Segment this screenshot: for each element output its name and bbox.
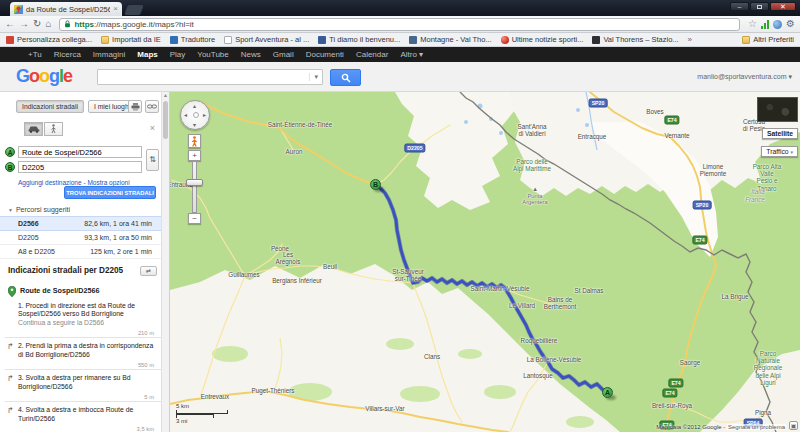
scroll-up-icon[interactable]: ▲ bbox=[162, 92, 169, 98]
origin-input[interactable] bbox=[18, 146, 142, 158]
search-input[interactable] bbox=[98, 73, 309, 82]
google-nav-bar: +TuRicercaImmaginiMapsPlayYouTubeNewsGma… bbox=[0, 47, 800, 62]
print-button[interactable] bbox=[128, 100, 142, 113]
zoom-slider-track[interactable] bbox=[192, 161, 197, 213]
marker-b[interactable]: B bbox=[370, 179, 381, 190]
tab-title: da Route de Sospel/D2566 bbox=[26, 5, 110, 14]
swap-waypoints-button[interactable]: ⇅ bbox=[146, 149, 159, 171]
bookmark-label: Ti diamo il benvenu... bbox=[329, 35, 400, 44]
home-icon[interactable]: ⌂ bbox=[45, 19, 51, 29]
map-corner-icon[interactable]: ▣ bbox=[789, 421, 798, 430]
traffic-button[interactable]: Traffico ▾ bbox=[761, 146, 798, 157]
window-close-button[interactable]: ✕ bbox=[770, 2, 796, 11]
options-link[interactable]: Aggiungi destinazione - Mostra opzioni bbox=[18, 179, 130, 186]
browser-tab[interactable]: da Route de Sospel/D2566 × bbox=[10, 2, 122, 16]
zoom-in-button[interactable]: + bbox=[188, 150, 201, 161]
turn-right-icon: ↱ bbox=[5, 342, 15, 359]
bookmark-item[interactable]: Val Thorens – Stazio... bbox=[592, 35, 678, 44]
maps-search-box[interactable]: ▾ bbox=[97, 69, 323, 85]
satellite-button[interactable]: Satellite bbox=[762, 128, 798, 139]
window-maximize-button[interactable] bbox=[750, 2, 769, 11]
pan-control[interactable]: ▴ ▾ ◂ ▸ bbox=[180, 100, 210, 130]
step-distance: 210 m bbox=[138, 330, 154, 336]
bookmark-item[interactable]: Montagne - Val Tho... bbox=[409, 35, 491, 44]
marker-a[interactable]: A bbox=[602, 387, 613, 398]
wrench-menu-icon[interactable]: ⚙ bbox=[786, 19, 795, 29]
map-viewport[interactable]: Saint-Étienne-de-TinéeAuronEntraunePéone… bbox=[170, 92, 800, 432]
route-option[interactable]: D220593,3 km, 1 ora 50 min bbox=[0, 231, 162, 245]
address-bar[interactable]: https://maps.google.it/maps?hl=it bbox=[59, 18, 740, 31]
route-option[interactable]: A8 e D2205125 km, 2 ore 1 min bbox=[0, 245, 162, 259]
report-problem-link[interactable]: Segnala un problema bbox=[727, 424, 786, 430]
new-tab-button[interactable] bbox=[124, 5, 144, 15]
pegman-control[interactable] bbox=[188, 134, 201, 148]
gbar-item-documenti[interactable]: Documenti bbox=[306, 50, 344, 59]
other-bookmarks-button[interactable]: Altri Preferiti bbox=[742, 35, 794, 44]
close-panel-icon[interactable]: × bbox=[150, 124, 155, 133]
bookmarks-bar: Personalizza collega...Importati da IETr… bbox=[0, 33, 800, 47]
map-canvas[interactable] bbox=[170, 92, 800, 432]
window-minimize-button[interactable]: – bbox=[730, 2, 749, 11]
destination-input[interactable] bbox=[18, 161, 142, 173]
mode-walk-button[interactable] bbox=[44, 122, 63, 136]
pan-up-icon[interactable]: ▴ bbox=[193, 102, 196, 109]
pan-center-icon[interactable] bbox=[193, 112, 199, 118]
gbar-item-calendar[interactable]: Calendar bbox=[356, 50, 388, 59]
pan-right-icon[interactable]: ▸ bbox=[203, 111, 206, 118]
maps-header: Google ▾ manlio@sportavventura.com ▾ bbox=[0, 62, 800, 92]
pan-down-icon[interactable]: ▾ bbox=[193, 121, 196, 128]
search-button[interactable] bbox=[330, 69, 361, 86]
zoom-slider-handle[interactable] bbox=[186, 179, 203, 186]
panel-scrollbar[interactable]: ▲ bbox=[161, 92, 169, 432]
direction-step[interactable]: 1. Procedi in direzione est da Route de … bbox=[0, 300, 162, 327]
route-detail: 125 km, 2 ore 1 min bbox=[90, 248, 152, 255]
gbar-item-ricerca[interactable]: Ricerca bbox=[54, 50, 81, 59]
gbar-item-maps[interactable]: Maps bbox=[137, 50, 157, 59]
gbar-item-play[interactable]: Play bbox=[170, 50, 186, 59]
forward-icon[interactable]: → bbox=[19, 19, 29, 29]
map-type-control: Satellite Traffico ▾ bbox=[757, 97, 798, 158]
directions-options-button[interactable]: ⇄ bbox=[140, 266, 157, 276]
back-icon[interactable]: ← bbox=[5, 19, 15, 29]
bookmark-item[interactable]: Traduttore bbox=[170, 35, 215, 44]
traffic-caret-icon: ▾ bbox=[790, 149, 793, 155]
link-button[interactable] bbox=[145, 100, 159, 113]
bookmark-item[interactable]: Ultime notizie sporti... bbox=[501, 35, 584, 44]
zoom-out-button[interactable]: − bbox=[188, 213, 201, 224]
gbar-item-immagini[interactable]: Immagini bbox=[93, 50, 125, 59]
scrollbar-thumb[interactable] bbox=[163, 101, 168, 139]
gbar-item-gmail[interactable]: Gmail bbox=[273, 50, 294, 59]
user-email[interactable]: manlio@sportavventura.com ▾ bbox=[697, 73, 792, 81]
bookmark-label: Personalizza collega... bbox=[17, 35, 92, 44]
direction-step[interactable]: ↱2. Prendi la prima a destra in corrispo… bbox=[0, 340, 162, 359]
satellite-thumbnail[interactable] bbox=[757, 97, 798, 122]
direction-step[interactable]: ↱4. Svolta a destra e imbocca Route de T… bbox=[0, 404, 162, 423]
gbar-item-youtube[interactable]: YouTube bbox=[197, 50, 228, 59]
bookmarks-overflow-icon[interactable]: » bbox=[688, 35, 692, 44]
gbar-item-news[interactable]: News bbox=[241, 50, 261, 59]
gbar-item-altro[interactable]: Altro ▾ bbox=[400, 50, 423, 59]
gbar-item-tu[interactable]: +Tu bbox=[28, 50, 42, 59]
browser-window: da Route de Sospel/D2566 × – ✕ ← → ↻ ⌂ h… bbox=[0, 0, 800, 432]
bookmarks-list: Personalizza collega...Importati da IETr… bbox=[6, 35, 679, 44]
bookmark-item[interactable]: Personalizza collega... bbox=[6, 35, 92, 44]
direction-step[interactable]: ↱3. Svolta a destra per rimanere su Bd B… bbox=[0, 372, 162, 391]
extension-blue-icon[interactable] bbox=[773, 20, 782, 29]
pan-left-icon[interactable]: ◂ bbox=[184, 111, 187, 118]
bookmark-item[interactable]: Sport Avventura - al ... bbox=[224, 35, 309, 44]
bookmark-item[interactable]: Ti diamo il benvenu... bbox=[318, 35, 400, 44]
bookmark-star-icon[interactable]: ☆ bbox=[748, 19, 757, 29]
road-badge: E74 bbox=[662, 389, 677, 398]
route-option[interactable]: D256682,6 km, 1 ora 41 min bbox=[0, 216, 162, 231]
tab-directions[interactable]: Indicazioni stradali bbox=[16, 100, 84, 113]
bookmark-item[interactable]: Importati da IE bbox=[101, 35, 161, 44]
suggested-routes-header[interactable]: ▼Percorsi suggeriti bbox=[8, 206, 70, 213]
extension-bars-icon[interactable] bbox=[761, 20, 769, 29]
tab-close-icon[interactable]: × bbox=[113, 5, 118, 13]
printer-icon bbox=[131, 103, 140, 111]
get-directions-button[interactable]: TROVA INDICAZIONI STRADALI bbox=[64, 186, 156, 199]
search-dropdown-icon[interactable]: ▾ bbox=[309, 73, 322, 81]
mode-car-button[interactable] bbox=[24, 122, 43, 136]
reload-icon[interactable]: ↻ bbox=[33, 19, 41, 29]
padlock-icon bbox=[64, 20, 71, 28]
